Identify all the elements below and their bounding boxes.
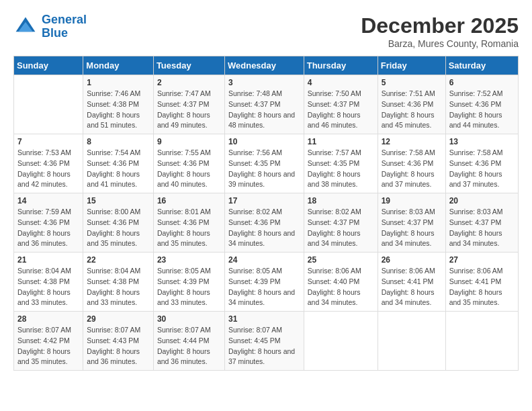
day-info: Sunrise: 8:00 AMSunset: 4:36 PMDaylight:… <box>87 207 150 249</box>
logo-icon <box>13 15 38 39</box>
day-number: 6 <box>449 78 515 87</box>
day-header-thursday: Thursday <box>304 56 378 75</box>
day-number: 27 <box>449 255 515 265</box>
calendar-cell <box>14 75 83 134</box>
day-number: 15 <box>87 196 150 205</box>
calendar-cell: 16 Sunrise: 8:01 AMSunset: 4:36 PMDaylig… <box>153 193 224 253</box>
day-info: Sunrise: 8:02 AMSunset: 4:37 PMDaylight:… <box>308 207 374 249</box>
day-info: Sunrise: 7:53 AMSunset: 4:36 PMDaylight:… <box>17 148 79 190</box>
calendar-cell: 4 Sunrise: 7:50 AMSunset: 4:37 PMDayligh… <box>304 75 378 134</box>
calendar-cell: 30 Sunrise: 8:07 AMSunset: 4:44 PMDaylig… <box>153 312 224 371</box>
day-info: Sunrise: 7:51 AMSunset: 4:36 PMDaylight:… <box>382 89 442 131</box>
calendar-cell: 23 Sunrise: 8:05 AMSunset: 4:39 PMDaylig… <box>153 253 224 312</box>
calendar-cell: 29 Sunrise: 8:07 AMSunset: 4:43 PMDaylig… <box>83 312 154 371</box>
day-info: Sunrise: 7:52 AMSunset: 4:36 PMDaylight:… <box>449 89 515 131</box>
calendar-cell: 3 Sunrise: 7:48 AMSunset: 4:37 PMDayligh… <box>224 75 304 134</box>
day-number: 9 <box>157 137 221 146</box>
day-number: 3 <box>228 78 300 87</box>
logo-line1: General <box>42 13 87 26</box>
calendar-cell: 31 Sunrise: 8:07 AMSunset: 4:45 PMDaylig… <box>224 312 304 371</box>
day-info: Sunrise: 7:47 AMSunset: 4:37 PMDaylight:… <box>157 89 221 131</box>
day-number: 25 <box>308 255 374 265</box>
calendar-cell <box>445 312 518 371</box>
day-info: Sunrise: 8:05 AMSunset: 4:39 PMDaylight:… <box>157 266 221 308</box>
calendar-cell: 6 Sunrise: 7:52 AMSunset: 4:36 PMDayligh… <box>445 75 518 134</box>
week-row-2: 7 Sunrise: 7:53 AMSunset: 4:36 PMDayligh… <box>14 134 519 193</box>
calendar-cell: 18 Sunrise: 8:02 AMSunset: 4:37 PMDaylig… <box>304 193 378 253</box>
day-info: Sunrise: 7:58 AMSunset: 4:36 PMDaylight:… <box>449 148 515 190</box>
day-number: 18 <box>308 196 374 205</box>
logo: General Blue <box>13 13 87 40</box>
day-info: Sunrise: 8:06 AMSunset: 4:41 PMDaylight:… <box>382 266 442 308</box>
day-number: 20 <box>449 196 515 205</box>
calendar-cell <box>378 312 445 371</box>
calendar-cell: 22 Sunrise: 8:04 AMSunset: 4:38 PMDaylig… <box>83 253 154 312</box>
calendar-cell: 12 Sunrise: 7:58 AMSunset: 4:36 PMDaylig… <box>378 134 445 193</box>
calendar-cell: 1 Sunrise: 7:46 AMSunset: 4:38 PMDayligh… <box>83 75 154 134</box>
day-info: Sunrise: 8:06 AMSunset: 4:41 PMDaylight:… <box>449 266 515 308</box>
day-number: 8 <box>87 137 150 146</box>
day-header-sunday: Sunday <box>14 56 83 75</box>
calendar-cell: 8 Sunrise: 7:54 AMSunset: 4:36 PMDayligh… <box>83 134 154 193</box>
day-info: Sunrise: 8:01 AMSunset: 4:36 PMDaylight:… <box>157 207 221 249</box>
day-number: 13 <box>449 137 515 146</box>
day-header-tuesday: Tuesday <box>153 56 224 75</box>
calendar-table: SundayMondayTuesdayWednesdayThursdayFrid… <box>13 56 519 371</box>
location-subtitle: Barza, Mures County, Romania <box>361 38 519 49</box>
day-info: Sunrise: 7:57 AMSunset: 4:35 PMDaylight:… <box>308 148 374 190</box>
day-info: Sunrise: 7:59 AMSunset: 4:36 PMDaylight:… <box>17 207 79 249</box>
calendar-cell: 20 Sunrise: 8:03 AMSunset: 4:37 PMDaylig… <box>445 193 518 253</box>
calendar-cell: 5 Sunrise: 7:51 AMSunset: 4:36 PMDayligh… <box>378 75 445 134</box>
calendar-cell: 17 Sunrise: 8:02 AMSunset: 4:36 PMDaylig… <box>224 193 304 253</box>
calendar-cell: 13 Sunrise: 7:58 AMSunset: 4:36 PMDaylig… <box>445 134 518 193</box>
calendar-cell: 15 Sunrise: 8:00 AMSunset: 4:36 PMDaylig… <box>83 193 154 253</box>
calendar-cell: 28 Sunrise: 8:07 AMSunset: 4:42 PMDaylig… <box>14 312 83 371</box>
day-info: Sunrise: 7:55 AMSunset: 4:36 PMDaylight:… <box>157 148 221 190</box>
day-info: Sunrise: 8:07 AMSunset: 4:45 PMDaylight:… <box>228 325 300 367</box>
calendar-header-row: SundayMondayTuesdayWednesdayThursdayFrid… <box>14 56 519 75</box>
calendar-cell: 25 Sunrise: 8:06 AMSunset: 4:40 PMDaylig… <box>304 253 378 312</box>
day-number: 23 <box>157 255 221 265</box>
day-number: 30 <box>157 314 221 324</box>
calendar-cell: 14 Sunrise: 7:59 AMSunset: 4:36 PMDaylig… <box>14 193 83 253</box>
day-info: Sunrise: 7:48 AMSunset: 4:37 PMDaylight:… <box>228 89 300 131</box>
day-number: 24 <box>228 255 300 265</box>
logo-line2: Blue <box>42 26 68 40</box>
day-info: Sunrise: 7:46 AMSunset: 4:38 PMDaylight:… <box>87 89 150 131</box>
day-number: 14 <box>17 196 79 205</box>
day-info: Sunrise: 7:54 AMSunset: 4:36 PMDaylight:… <box>87 148 150 190</box>
day-number: 26 <box>382 255 442 265</box>
day-header-wednesday: Wednesday <box>224 56 304 75</box>
day-info: Sunrise: 8:07 AMSunset: 4:42 PMDaylight:… <box>17 325 79 367</box>
day-number: 19 <box>382 196 442 205</box>
day-info: Sunrise: 8:05 AMSunset: 4:39 PMDaylight:… <box>228 266 300 308</box>
day-number: 11 <box>308 137 374 146</box>
day-info: Sunrise: 8:04 AMSunset: 4:38 PMDaylight:… <box>87 266 150 308</box>
day-number: 7 <box>17 137 79 146</box>
logo-text: General Blue <box>42 13 87 40</box>
week-row-3: 14 Sunrise: 7:59 AMSunset: 4:36 PMDaylig… <box>14 193 519 253</box>
calendar-cell: 21 Sunrise: 8:04 AMSunset: 4:38 PMDaylig… <box>14 253 83 312</box>
day-number: 1 <box>87 78 150 87</box>
day-info: Sunrise: 8:07 AMSunset: 4:44 PMDaylight:… <box>157 325 221 367</box>
day-info: Sunrise: 8:03 AMSunset: 4:37 PMDaylight:… <box>449 207 515 249</box>
week-row-5: 28 Sunrise: 8:07 AMSunset: 4:42 PMDaylig… <box>14 312 519 371</box>
day-number: 10 <box>228 137 300 146</box>
day-info: Sunrise: 7:58 AMSunset: 4:36 PMDaylight:… <box>382 148 442 190</box>
calendar-cell: 11 Sunrise: 7:57 AMSunset: 4:35 PMDaylig… <box>304 134 378 193</box>
calendar-cell: 24 Sunrise: 8:05 AMSunset: 4:39 PMDaylig… <box>224 253 304 312</box>
calendar-cell: 9 Sunrise: 7:55 AMSunset: 4:36 PMDayligh… <box>153 134 224 193</box>
day-header-friday: Friday <box>378 56 445 75</box>
day-number: 12 <box>382 137 442 146</box>
title-block: December 2025 Barza, Mures County, Roman… <box>361 13 519 49</box>
day-header-monday: Monday <box>83 56 154 75</box>
calendar-cell: 26 Sunrise: 8:06 AMSunset: 4:41 PMDaylig… <box>378 253 445 312</box>
day-number: 22 <box>87 255 150 265</box>
calendar-cell: 7 Sunrise: 7:53 AMSunset: 4:36 PMDayligh… <box>14 134 83 193</box>
day-info: Sunrise: 8:03 AMSunset: 4:37 PMDaylight:… <box>382 207 442 249</box>
day-info: Sunrise: 8:07 AMSunset: 4:43 PMDaylight:… <box>87 325 150 367</box>
day-info: Sunrise: 8:06 AMSunset: 4:40 PMDaylight:… <box>308 266 374 308</box>
week-row-1: 1 Sunrise: 7:46 AMSunset: 4:38 PMDayligh… <box>14 75 519 134</box>
day-info: Sunrise: 8:02 AMSunset: 4:36 PMDaylight:… <box>228 207 300 249</box>
week-row-4: 21 Sunrise: 8:04 AMSunset: 4:38 PMDaylig… <box>14 253 519 312</box>
